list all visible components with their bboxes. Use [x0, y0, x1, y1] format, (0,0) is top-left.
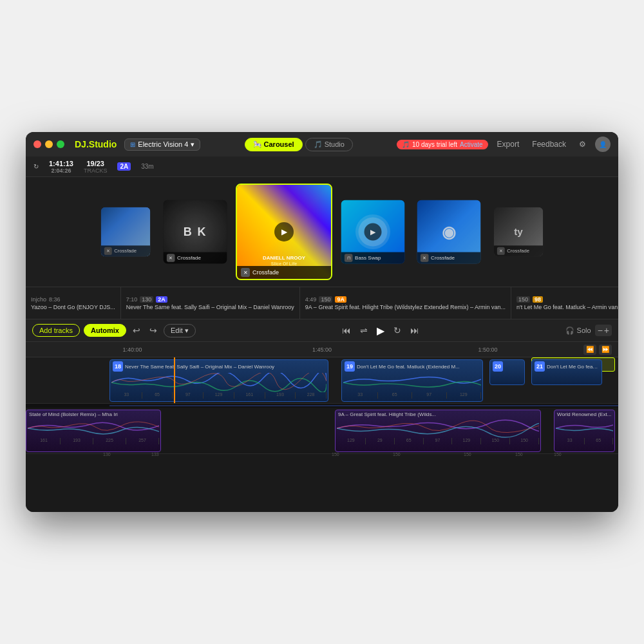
undo-button[interactable]: ↩ [130, 324, 143, 337]
activate-link[interactable]: Activate [460, 141, 483, 148]
block-title-21: Don't Let Me Go feat. Matluck (Extended … [547, 364, 599, 370]
title-bar: DJ.Studio ⊞ Electric Vision 4 ▾ 🎠 Carous… [26, 132, 618, 156]
track-block-9a[interactable]: 9A – Great Spirit feat. Hilight Tribe (W… [335, 410, 541, 452]
project-name: Electric Vision 4 [138, 140, 188, 148]
zoom-in-button[interactable]: + [604, 326, 609, 335]
card-transition-label-4: Bass Swap [355, 255, 381, 261]
settings-icon[interactable]: ⚙ [575, 138, 590, 150]
block-num-20: 20 [493, 361, 503, 372]
carousel-card-6[interactable]: ty ✕ Crossfade [494, 207, 544, 257]
solo-label: Solo [577, 327, 591, 334]
track-num-2: 130 [140, 296, 153, 303]
bottom-133: 133 [151, 452, 159, 457]
carousel-card-2[interactable]: B K ✕ Crossfade [164, 200, 227, 264]
block-num-19: 19 [345, 361, 355, 372]
headphone-icon: 🎧 [565, 327, 574, 335]
waveform-svg-19 [343, 373, 481, 392]
bass-swap-icon: ⊓ [345, 254, 353, 262]
minimize-button[interactable] [45, 140, 53, 148]
track-block-21[interactable]: 21 Don't Let Me Go feat. Matluck (Extend… [531, 359, 602, 385]
solo-area: 🎧 Solo [565, 327, 591, 335]
user-avatar[interactable]: 👤 [595, 137, 611, 152]
waveform-9a: 129 29 65 97 129 150 150 [337, 419, 539, 444]
card-transition-6[interactable]: ✕ Crossfade [494, 245, 544, 256]
track-row-top: 18 Never The Same feat. Sally Saifi – Or… [26, 357, 618, 404]
automix-button[interactable]: Automix [84, 324, 126, 337]
rewind-button[interactable]: ⏪ [583, 345, 596, 355]
bottom-150b: 150 [393, 452, 401, 457]
block-20-header: 20 [490, 360, 524, 373]
timeline-area: 1:40:00 1:45:00 1:50:00 ⏪ ⏩ 18 Never The… [26, 342, 618, 512]
beat-225c: 225 [93, 438, 126, 444]
traffic-lights [33, 140, 64, 148]
block-num-21: 21 [535, 361, 545, 372]
waveform-svg-18 [111, 373, 327, 392]
beat-29d: 29 [366, 438, 395, 444]
play-button-3[interactable]: ▶ [274, 222, 294, 242]
beat-150e: 150 [510, 438, 539, 444]
redo-button[interactable]: ↪ [147, 324, 160, 337]
waveform-som: 161 193 225 257 [28, 419, 159, 444]
beat-65e: 65 [585, 438, 614, 444]
stat-time: 1:41:13 2:04:26 [49, 160, 73, 174]
crossfade-icon-2: ✕ [167, 254, 175, 262]
bottom-150e: 150 [554, 452, 562, 457]
carousel-card-1[interactable]: ✕ Crossfade [101, 207, 151, 257]
track-key-3: 9A [335, 296, 346, 303]
waveform-svg-som [28, 419, 159, 438]
playhead[interactable] [174, 357, 175, 403]
tab-carousel[interactable]: 🎠 Carousel [245, 138, 303, 151]
crossfade-control-button[interactable]: ⇌ [357, 324, 370, 337]
beat-193: 193 [265, 392, 296, 399]
block-9a-title: 9A – Great Spirit feat. Hilight Tribe (W… [338, 412, 538, 417]
beat-markers-18: 33 65 97 129 161 193 228 [111, 392, 327, 399]
crossfade-icon-1: ✕ [104, 247, 112, 255]
carousel-card-3[interactable]: DANIELL NROOY Slice Of Life ▶ ✕ Crossfad… [236, 184, 332, 280]
card-transition-5[interactable]: ✕ Crossfade [417, 252, 481, 264]
edit-button[interactable]: Edit ▾ [164, 324, 196, 337]
play-button-4[interactable]: ▶ [365, 223, 382, 241]
track-block-state-of-mind[interactable]: State of Mind (Bolster Remix) – Mha Iri … [26, 410, 161, 452]
export-button[interactable]: Export [493, 138, 524, 150]
bottom-150c: 150 [464, 452, 471, 457]
skip-back-button[interactable]: ⏮ [339, 324, 354, 337]
bottom-150d: 150 [515, 452, 523, 457]
key-badge: 2A [117, 162, 131, 171]
project-selector[interactable]: ⊞ Electric Vision 4 ▾ [124, 138, 200, 151]
time-marker-3: 1:50:00 [478, 346, 498, 353]
block-21-header: 21 Don't Let Me Go feat. Matluck (Extend… [532, 360, 601, 373]
loop-button[interactable]: ↻ [391, 324, 404, 337]
waveform-18: 33 65 97 129 161 193 228 [111, 373, 327, 399]
play-pause-button[interactable]: ▶ [374, 323, 387, 338]
track-block-19[interactable]: 19 Don't Let Me Go feat. Matluck (Extend… [341, 359, 483, 402]
card-transition-1[interactable]: ✕ Crossfade [101, 245, 151, 256]
carousel-card-4[interactable]: ▶ ⊓ Bass Swap [341, 200, 405, 264]
chevron-down-icon: ▾ [191, 140, 194, 149]
card-transition-2[interactable]: ✕ Crossfade [164, 252, 227, 264]
block-title-18: Never The Same feat. Sally Saifi – Origi… [125, 364, 325, 370]
waveform-svg-9a [337, 419, 539, 438]
track-block-18[interactable]: 18 Never The Same feat. Sally Saifi – Or… [109, 359, 328, 402]
track-block-20[interactable]: 20 [489, 359, 525, 385]
track-title-2: Never The Same feat. Sally Saifi – Origi… [126, 304, 294, 310]
tab-studio[interactable]: 🎵 Studio [305, 138, 353, 151]
carousel-card-5[interactable]: ◉ ✕ Crossfade [417, 200, 481, 264]
carousel-track: ✕ Crossfade B K ✕ Crossfade [26, 177, 618, 287]
fast-forward-button[interactable]: ⏩ [599, 345, 612, 355]
carousel-area: ✕ Crossfade B K ✕ Crossfade [26, 177, 618, 319]
maximize-button[interactable] [57, 140, 64, 148]
card-transition-3[interactable]: ✕ Crossfade [237, 266, 331, 279]
skip-forward-button[interactable]: ⏭ [408, 324, 422, 337]
track-block-world-renowned[interactable]: World Renowned (Ext... 33 65 [554, 410, 615, 452]
beat-65: 65 [142, 392, 173, 399]
close-button[interactable] [33, 140, 41, 148]
zoom-out-button[interactable]: − [598, 326, 603, 335]
bottom-130: 130 [103, 452, 111, 457]
card-transition-4[interactable]: ⊓ Bass Swap [341, 252, 405, 264]
connection-line-top [109, 405, 618, 406]
card-transition-label-1: Crossfade [114, 249, 137, 254]
armind-logo: ◉ [442, 222, 456, 242]
feedback-button[interactable]: Feedback [528, 138, 570, 150]
add-tracks-button[interactable]: Add tracks [32, 324, 80, 337]
controls-bar: Add tracks Automix ↩ ↪ Edit ▾ ⏮ ⇌ ▶ ↻ ⏭ … [26, 319, 618, 342]
